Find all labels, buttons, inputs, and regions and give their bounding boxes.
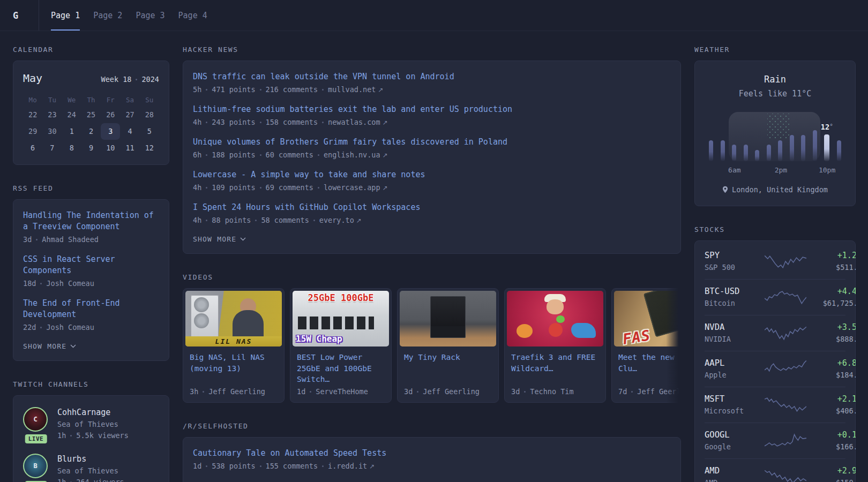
middle-column: HACKER NEWS DNS traffic can leak outside…: [183, 46, 681, 482]
calendar-day: 8: [62, 140, 81, 156]
item-comments-link[interactable]: 155 comments: [266, 462, 318, 470]
item-age: 4h: [193, 183, 201, 192]
item-points: 188 points: [212, 150, 255, 159]
rss-item-meta: 3d Ahmad Shadeed: [23, 235, 159, 244]
stock-price: $150.45: [806, 478, 856, 482]
tab-page-2[interactable]: Page 2: [93, 0, 122, 31]
reddit-item: Cautionary Tale on Automated Speed Tests…: [193, 448, 671, 470]
video-card[interactable]: 25GbE 100GbE 15W Cheap BEST Low Power 25…: [290, 288, 392, 403]
rss-item: The End of Front-End Development 22d Jos…: [23, 298, 159, 332]
left-column: CALENDAR May Week 18 2024 Mo Tu We Th Fr: [13, 46, 169, 482]
thumbnail-art: [549, 323, 563, 337]
stock-row-nvda[interactable]: NVDA NVIDIA +3.52% $888.40: [705, 315, 845, 351]
rss-item: Handling The Indentation of a Treeview C…: [23, 210, 159, 244]
thumbnail-caption: FAS: [622, 327, 652, 347]
calendar-day: 27: [120, 107, 139, 123]
video-channel-link[interactable]: Jeff Geerling: [423, 387, 480, 396]
stock-sparkline: [765, 323, 806, 343]
calendar-day: 25: [81, 107, 101, 123]
calendar-day: 22: [23, 107, 42, 123]
item-points: 109 points: [212, 183, 255, 192]
news-item-link[interactable]: Lowercase - A simple way to take and sha…: [193, 169, 671, 180]
stock-row-amd[interactable]: AMD AMD +2.94% $150.45: [705, 458, 845, 482]
location-pin-icon: [722, 186, 728, 193]
channel-game: Sea of Thieves: [57, 466, 124, 475]
channel-avatar: C: [23, 407, 48, 432]
news-item-link[interactable]: Lithium-free sodium batteries exit the l…: [193, 104, 671, 115]
video-channel-link[interactable]: Techno Tim: [530, 387, 573, 396]
item-age: 4h: [193, 216, 201, 224]
stock-price: $61,725.48: [806, 299, 856, 307]
video-card[interactable]: My Tiny Rack 3d Jeff Geerling: [397, 288, 499, 403]
calendar-day: 24: [62, 107, 81, 123]
video-meta: 1d ServeTheHome: [297, 387, 385, 396]
stock-ticker: GOOGL: [705, 430, 765, 440]
hacker-news-show-more-button[interactable]: SHOW MORE: [193, 235, 671, 243]
tab-page-4[interactable]: Page 4: [178, 0, 207, 31]
rss-item-link[interactable]: CSS in React Server Components: [23, 254, 159, 276]
twitch-channel-cohhcarnage[interactable]: C LIVE CohhCarnage Sea of Thieves 1h 5.5…: [23, 407, 159, 440]
twitch-channel-blurbs[interactable]: B LIVE Blurbs Sea of Thieves 1h 264 view…: [23, 454, 159, 482]
video-title-link[interactable]: My Tiny Rack: [404, 352, 492, 385]
stock-row-aapl[interactable]: AAPL Apple +6.87% $184.91: [705, 351, 845, 387]
item-domain-link[interactable]: i.redd.it: [328, 462, 375, 470]
item-comments-link[interactable]: 58 comments: [261, 216, 309, 224]
hour-axis: 6am 2pm 10pm: [706, 166, 844, 175]
stock-price: $406.43: [806, 406, 856, 415]
hour-tick: 2pm: [775, 166, 787, 174]
channel-viewers: 1h 264 viewers: [57, 478, 124, 482]
calendar-day: 28: [140, 107, 159, 123]
item-age: 4h: [193, 118, 201, 126]
rss-item-link[interactable]: The End of Front-End Development: [23, 298, 159, 320]
stock-company: AMD: [705, 478, 765, 482]
hour-tick: 6am: [728, 166, 740, 174]
stock-ticker: MSFT: [705, 394, 765, 404]
stock-change: +1.29%: [806, 251, 856, 260]
item-domain-link[interactable]: english.nv.ua: [324, 150, 388, 159]
item-domain-link[interactable]: every.to: [319, 216, 362, 224]
app-logo[interactable]: G: [13, 0, 39, 31]
video-title-link[interactable]: Big NAS, Lil NAS (moving 13): [190, 352, 278, 385]
news-item-link[interactable]: DNS traffic can leak outside the VPN tun…: [193, 71, 671, 82]
item-domain-link[interactable]: newatlas.com: [328, 118, 388, 126]
stream-uptime: 1h: [57, 478, 66, 482]
item-comments-link[interactable]: 216 comments: [266, 85, 318, 94]
stock-change: +3.52%: [806, 322, 856, 332]
video-thumbnail[interactable]: [400, 291, 496, 347]
dot-separator: [322, 122, 324, 123]
stock-change: +2.16%: [806, 394, 856, 404]
video-thumbnail[interactable]: [507, 291, 603, 347]
stock-row-spy[interactable]: SPY S&P 500 +1.29% $511.57: [705, 244, 845, 279]
video-channel-link[interactable]: ServeTheHome: [316, 387, 368, 396]
item-domain-link[interactable]: mullvad.net: [328, 85, 383, 94]
video-title-link[interactable]: BEST Low Power 25GbE and 100GbE Switch…: [297, 352, 385, 385]
tab-page-1[interactable]: Page 1: [51, 0, 80, 31]
item-comments-link[interactable]: 60 comments: [266, 150, 313, 159]
stock-row-msft[interactable]: MSFT Microsoft +2.16% $406.43: [705, 387, 845, 423]
calendar-day-headers: Mo Tu We Th Fr Sa Su: [23, 96, 159, 104]
video-card[interactable]: LIL NAS Big NAS, Lil NAS (moving 13) 3h …: [183, 288, 285, 403]
dot-separator: [40, 283, 42, 284]
news-item-link[interactable]: I Spent 24 Hours with GitHub Copilot Wor…: [193, 202, 671, 213]
news-item-link[interactable]: Unique volumes of Brothers Grimm fairy t…: [193, 137, 671, 148]
item-comments-link[interactable]: 69 comments: [266, 183, 313, 192]
reddit-item-link[interactable]: Cautionary Tale on Automated Speed Tests: [193, 448, 671, 459]
calendar-day: 10: [101, 140, 120, 156]
calendar-week-number: Week 18: [101, 75, 132, 84]
video-title-link[interactable]: Traefik 3 and FREE Wildcard…: [511, 352, 599, 385]
reddit-item-meta: 1d 538 points 155 comments i.redd.it: [193, 462, 671, 470]
video-thumbnail[interactable]: 25GbE 100GbE 15W Cheap: [293, 291, 389, 347]
rss-item-link[interactable]: Handling The Indentation of a Treeview C…: [23, 210, 159, 232]
video-thumbnail[interactable]: LIL NAS: [185, 291, 282, 347]
video-channel-link[interactable]: Jeff Geerling: [208, 387, 265, 396]
video-card[interactable]: Traefik 3 and FREE Wildcard… 3d Techno T…: [504, 288, 606, 403]
dot-separator: [260, 89, 261, 91]
calendar-header: CALENDAR: [13, 46, 169, 54]
temperature-bars: 12°: [708, 113, 842, 161]
stock-row-googl[interactable]: GOOGL Google +0.10% $166.78: [705, 423, 845, 458]
item-domain-link[interactable]: lowercase.app: [324, 183, 388, 192]
stock-row-btc-usd[interactable]: BTC-USD Bitcoin +4.40% $61,725.48: [705, 279, 845, 315]
tab-page-3[interactable]: Page 3: [136, 0, 164, 31]
item-comments-link[interactable]: 158 comments: [266, 118, 318, 126]
rss-show-more-button[interactable]: SHOW MORE: [23, 342, 159, 350]
